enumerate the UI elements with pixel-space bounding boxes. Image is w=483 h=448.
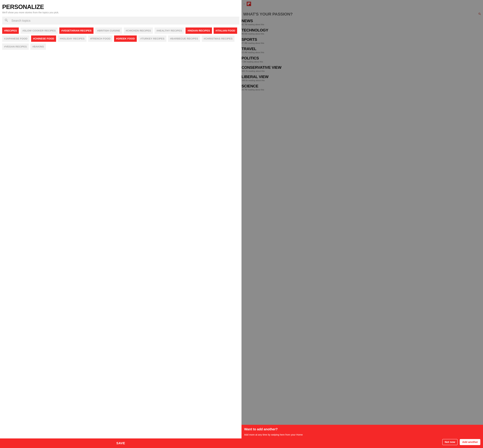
topic-chip[interactable]: #VEGAN RECIPES (2, 43, 29, 50)
back-icon[interactable]: ‹ (243, 1, 246, 6)
search-bar[interactable] (2, 16, 239, 24)
sheet-body: Add more at any time by swiping here fro… (244, 433, 480, 436)
search-icon[interactable] (478, 12, 481, 16)
passion-name: CONSERVATIVE VIEW (242, 65, 481, 70)
passion-name: POLITICS (242, 56, 481, 60)
passion-pane: ‹ WHAT'S YOUR PASSION? NEWS82.7M reading… (242, 0, 483, 448)
save-button[interactable]: SAVE (0, 439, 242, 448)
passion-name: TECHNOLOGY (242, 28, 481, 32)
passion-item[interactable]: NEWS82.7M reading about this (242, 18, 481, 27)
topic-chip[interactable]: #CHINESE FOOD (31, 35, 56, 42)
passion-subtitle: 26.7M reading about this (242, 89, 481, 91)
topic-chip[interactable]: #INDIAN RECIPES (186, 27, 212, 34)
passion-content: ‹ WHAT'S YOUR PASSION? NEWS82.7M reading… (242, 0, 483, 448)
topic-chip[interactable]: #TURKEY RECIPES (139, 35, 166, 42)
passion-subtitle: 23.4M reading about this (242, 51, 481, 54)
flipboard-logo-icon (247, 2, 251, 6)
add-another-sheet: Want to add another? Add more at any tim… (242, 425, 483, 448)
topic-chip[interactable]: #BRITISH CUISINE (95, 27, 122, 34)
passion-subtitle: 343.7k reading about this (242, 70, 481, 72)
sheet-title: Want to add another? (244, 427, 480, 431)
topic-chip[interactable]: #CHRISTMAS RECIPES (202, 35, 235, 42)
topic-chip[interactable]: #HEALTHY RECIPES (155, 27, 184, 34)
topic-chip[interactable]: #SLOW COOKER RECIPES (20, 27, 58, 34)
passion-item[interactable]: TECHNOLOGY99.5M reading about this (242, 27, 481, 36)
passion-name: SCIENCE (242, 84, 481, 88)
topic-chip[interactable]: #CHICKEN RECIPES (124, 27, 153, 34)
passion-subtitle: 27.3M reading about this (242, 42, 481, 44)
passion-title: WHAT'S YOUR PASSION? (243, 12, 293, 16)
topic-chip[interactable]: #ITALIAN FOOD (214, 27, 237, 34)
topic-chip[interactable]: #BAKING (30, 43, 46, 50)
passion-subtitle: 349.5k reading about this (242, 79, 481, 82)
search-icon (4, 18, 8, 23)
topic-chip-list: #RECIPES#SLOW COOKER RECIPES#VEGETARIAN … (2, 27, 239, 50)
topic-chip[interactable]: #FRENCH FOOD (88, 35, 112, 42)
search-input[interactable] (11, 19, 237, 23)
topic-chip[interactable]: #JAPANESE FOOD (2, 35, 29, 42)
passion-list: NEWS82.7M reading about thisTECHNOLOGY99… (242, 18, 483, 94)
not-now-button[interactable]: Not now (442, 439, 458, 445)
topic-chip[interactable]: #VEGETARIAN RECIPES (59, 27, 93, 34)
passion-item[interactable]: CONSERVATIVE VIEW343.7k reading about th… (242, 64, 481, 74)
passion-name: NEWS (242, 19, 481, 23)
add-another-button[interactable]: Add another (460, 439, 480, 445)
topic-chip[interactable]: #BARBECUE RECIPES (168, 35, 200, 42)
passion-item[interactable]: SPORTS27.3M reading about this (242, 36, 481, 46)
passion-subtitle: 99.5M reading about this (242, 33, 481, 35)
passion-item[interactable]: LIBERAL VIEW349.5k reading about this (242, 74, 481, 83)
sheet-buttons: Not now Add another (244, 439, 480, 445)
passion-header: WHAT'S YOUR PASSION? (242, 7, 483, 18)
passion-subtitle: 82.7M reading about this (242, 23, 481, 26)
topic-chip[interactable]: #RECIPES (2, 27, 19, 34)
passion-subtitle: 7.3M reading about this (242, 61, 481, 63)
passion-item[interactable]: SCIENCE26.7M reading about this (242, 83, 481, 92)
page-title: PERSONALIZE (2, 3, 239, 10)
passion-item[interactable]: TRAVEL23.4M reading about this (242, 46, 481, 55)
top-bar: ‹ (242, 0, 483, 7)
page-subtitle: We'll show you more stories from the top… (2, 11, 239, 14)
passion-item[interactable]: POLITICS7.3M reading about this (242, 55, 481, 64)
passion-name: TRAVEL (242, 47, 481, 51)
topic-chip[interactable]: #GREEK FOOD (114, 35, 137, 42)
passion-name: SPORTS (242, 37, 481, 42)
passion-name: LIBERAL VIEW (242, 75, 481, 79)
personalize-pane: PERSONALIZE We'll show you more stories … (0, 0, 242, 448)
topic-chip[interactable]: #HOLIDAY RECIPES (58, 35, 86, 42)
